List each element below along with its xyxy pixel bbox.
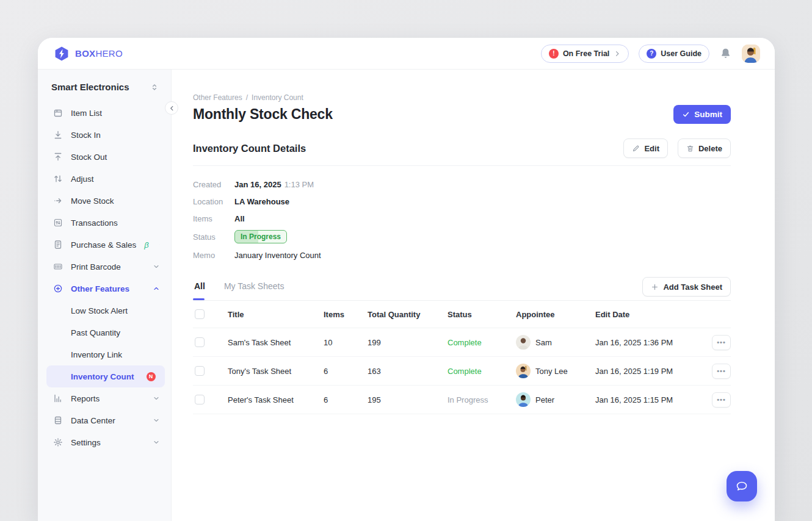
pencil-icon	[632, 145, 640, 153]
detail-row-created: Created Jan 16, 2025 1:13 PM	[193, 179, 731, 190]
workspace-name: Smart Electronics	[51, 82, 129, 92]
sidebar-item-stock-in[interactable]: Stock In	[46, 124, 165, 146]
edit-label: Edit	[644, 144, 659, 153]
breadcrumb-separator: /	[246, 93, 248, 102]
tab-all[interactable]: All	[193, 281, 206, 300]
sort-arrows-icon	[150, 83, 159, 92]
sidebar-item-stock-out[interactable]: Stock Out	[46, 146, 165, 168]
sidebar-item-inventory-count[interactable]: Inventory Count N	[46, 365, 165, 387]
delete-button[interactable]: Delete	[678, 138, 731, 158]
sidebar-item-label: Print Barcode	[71, 262, 145, 271]
col-appointee: Appointee	[516, 310, 595, 319]
sidebar-item-reports[interactable]: Reports	[46, 387, 165, 409]
gear-icon	[53, 437, 63, 447]
total-quantity: 199	[368, 338, 448, 347]
edit-button[interactable]: Edit	[623, 138, 668, 158]
details-header: Inventory Count Details Edit Delete	[193, 138, 731, 158]
edit-date: Jan 16, 2025 1:36 PM	[595, 338, 701, 347]
sidebar-item-other-features[interactable]: Other Features	[46, 278, 165, 300]
submit-button[interactable]: Submit	[673, 105, 731, 124]
arrow-right-icon	[53, 196, 63, 206]
sidebar-item-label: Settings	[71, 438, 145, 447]
chevron-down-icon	[153, 395, 160, 402]
appointee-cell: Sam	[516, 335, 595, 350]
app-window: BOXHERO ! On Free Trial ? User Guide	[38, 38, 775, 521]
status-badge: In Progress	[234, 230, 287, 243]
table-row[interactable]: Tony's Task Sheet 6 163 Complete Tony Le…	[193, 357, 731, 386]
detail-row-location: Location LA Warehouse	[193, 196, 731, 207]
tab-my-task-sheets[interactable]: My Task Sheets	[223, 281, 286, 300]
question-icon: ?	[647, 49, 656, 59]
sidebar-item-purchase-sales[interactable]: Purchase & Sales β	[46, 234, 165, 256]
detail-label: Location	[193, 197, 234, 206]
more-options-button[interactable]: •••	[712, 392, 731, 408]
detail-label: Memo	[193, 251, 234, 260]
created-date: Jan 16, 2025	[234, 180, 281, 189]
title-row: Monthly Stock Check Submit	[193, 105, 731, 124]
more-options-button[interactable]: •••	[712, 335, 731, 350]
boxhero-hexagon-icon	[54, 46, 70, 62]
free-trial-button[interactable]: ! On Free Trial	[541, 45, 629, 63]
chevron-down-icon	[153, 439, 160, 446]
app-body: Smart Electronics Item List Stock In	[38, 70, 775, 521]
sidebar-item-print-barcode[interactable]: Print Barcode	[46, 256, 165, 278]
sidebar-item-adjust[interactable]: Adjust	[46, 168, 165, 190]
location-value: LA Warehouse	[234, 197, 289, 206]
select-all-checkbox[interactable]	[195, 309, 205, 319]
notifications-bell-icon[interactable]	[719, 47, 732, 60]
sidebar-item-low-stock-alert[interactable]: Low Stock Alert	[46, 300, 165, 322]
col-edit-date: Edit Date	[595, 310, 701, 319]
tasksheet-title: Peter's Task Sheet	[228, 395, 324, 404]
table-header-row: Title Items Total Quantity Status Appoin…	[193, 301, 731, 328]
sidebar-collapse-button[interactable]	[165, 101, 178, 115]
chevron-down-icon	[153, 417, 160, 424]
topbar-actions: ! On Free Trial ? User Guide	[541, 45, 760, 63]
boxhero-logo: BOXHERO	[54, 46, 123, 62]
sidebar-item-transactions[interactable]: Transactions	[46, 212, 165, 234]
col-items: Items	[324, 310, 368, 319]
row-checkbox[interactable]	[195, 395, 205, 404]
appointee-cell: Tony Lee	[516, 364, 595, 378]
sidebar: Smart Electronics Item List Stock In	[38, 70, 172, 521]
barcode-icon	[53, 262, 63, 271]
arrows-up-down-icon	[53, 174, 63, 184]
avatar	[516, 335, 531, 350]
beta-badge: β	[144, 240, 148, 250]
table-row[interactable]: Peter's Task Sheet 6 195 In Progress Pet…	[193, 386, 731, 414]
sidebar-item-inventory-link[interactable]: Inventory Link	[46, 343, 165, 365]
more-options-button[interactable]: •••	[712, 364, 731, 379]
row-checkbox[interactable]	[195, 366, 205, 376]
details-heading: Inventory Count Details	[193, 143, 306, 154]
sidebar-item-move-stock[interactable]: Move Stock	[46, 190, 165, 212]
workspace-switcher[interactable]: Smart Electronics	[46, 82, 165, 102]
sidebar-item-data-center[interactable]: Data Center	[46, 409, 165, 431]
items-count: 6	[324, 395, 368, 404]
col-total-quantity: Total Quantity	[368, 310, 448, 319]
sidebar-item-label: Move Stock	[71, 196, 160, 206]
table-row[interactable]: Sam's Task Sheet 10 199 Complete Sam Jan…	[193, 328, 731, 357]
chat-bubble-icon	[734, 479, 749, 494]
sidebar-item-item-list[interactable]: Item List	[46, 102, 165, 124]
user-guide-button[interactable]: ? User Guide	[639, 45, 709, 63]
add-task-sheet-button[interactable]: Add Task Sheet	[642, 277, 731, 296]
user-guide-label: User Guide	[661, 49, 701, 58]
sidebar-item-past-quantity[interactable]: Past Quantity	[46, 322, 165, 343]
plus-icon	[651, 283, 659, 291]
chevron-right-icon	[614, 50, 621, 57]
main-content: Other Features / Inventory Count Monthly…	[172, 70, 775, 521]
delete-label: Delete	[698, 144, 722, 153]
top-bar: BOXHERO ! On Free Trial ? User Guide	[38, 38, 775, 70]
breadcrumb-parent[interactable]: Other Features	[193, 93, 242, 102]
sidebar-item-settings[interactable]: Settings	[46, 431, 165, 453]
row-checkbox[interactable]	[195, 337, 205, 347]
alert-icon: !	[549, 49, 559, 59]
edit-date: Jan 16, 2025 1:15 PM	[595, 395, 701, 404]
sidebar-nav: Item List Stock In Stock Out	[46, 102, 165, 453]
chat-button[interactable]	[727, 471, 757, 501]
user-avatar[interactable]	[742, 45, 760, 63]
submit-label: Submit	[694, 110, 722, 119]
detail-label: Items	[193, 214, 234, 223]
tasksheet-title: Sam's Task Sheet	[228, 338, 324, 347]
sidebar-item-label: Other Features	[71, 284, 145, 293]
breadcrumb-current[interactable]: Inventory Count	[252, 93, 303, 102]
